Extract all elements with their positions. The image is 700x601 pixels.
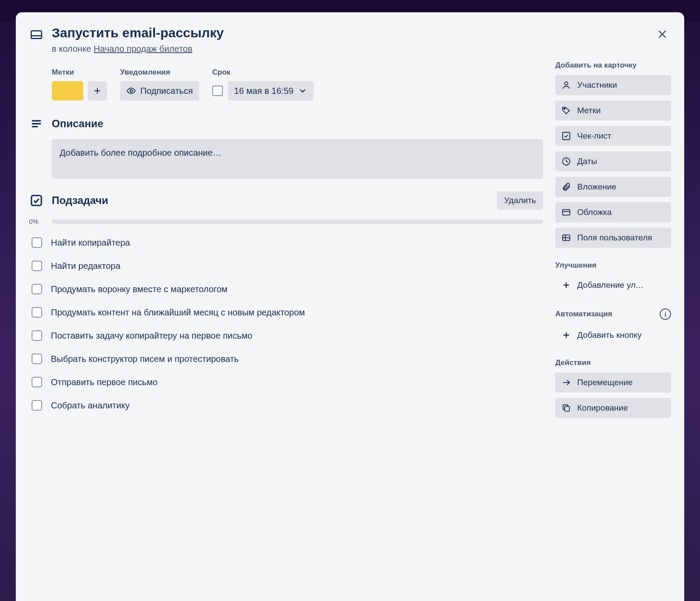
checklist-item[interactable]: Найти копирайтера <box>29 231 543 254</box>
checklist-progress: 0% <box>29 218 543 225</box>
checklist-checkbox[interactable] <box>32 377 42 387</box>
powerups-heading: Улучшения <box>555 261 671 270</box>
svg-rect-8 <box>32 123 41 124</box>
add-powerup-button[interactable]: Добавление ул… <box>555 275 671 295</box>
copy-icon <box>561 403 571 413</box>
checklist-item-text: Собрать аналитику <box>51 399 129 412</box>
checklist-item-text: Поставить задачу копирайтеру на первое п… <box>51 329 252 342</box>
labels-heading: Метки <box>52 68 107 77</box>
checklist-item-text: Найти редактора <box>51 260 121 272</box>
add-automation-button[interactable]: Добавить кнопку <box>555 325 671 345</box>
check-square-icon <box>561 131 571 141</box>
labels-field: Метки <box>52 68 107 100</box>
paperclip-icon <box>561 182 571 192</box>
card-modal: Запустить email-рассылку в колонке Начал… <box>16 12 684 601</box>
user-icon <box>561 80 571 90</box>
checklist-item[interactable]: Собрать аналитику <box>29 394 543 417</box>
checklist-checkbox[interactable] <box>32 261 42 271</box>
members-button[interactable]: Участники <box>555 75 671 95</box>
close-button[interactable] <box>654 25 671 43</box>
custom-fields-button[interactable]: Поля пользователя <box>555 228 671 248</box>
svg-rect-7 <box>32 120 41 122</box>
checklist-item[interactable]: Выбрать конструктор писем и протестирова… <box>29 347 543 371</box>
arrow-right-icon <box>561 378 571 387</box>
list-link[interactable]: Начало продаж билетов <box>94 44 193 54</box>
chevron-down-icon <box>298 86 307 96</box>
svg-rect-15 <box>563 210 570 215</box>
checklist-checkbox[interactable] <box>32 400 42 411</box>
cover-button[interactable]: Обложка <box>555 202 671 222</box>
actions-heading: Действия <box>555 358 671 367</box>
add-label-button[interactable] <box>88 81 107 100</box>
checklist-checkbox[interactable] <box>32 307 42 318</box>
clock-icon <box>561 157 571 166</box>
svg-point-11 <box>564 82 568 85</box>
plus-icon <box>561 330 571 340</box>
svg-rect-13 <box>563 132 570 140</box>
card-in-list: в колонке Начало продаж билетов <box>52 44 646 54</box>
description-icon <box>29 116 44 131</box>
info-icon[interactable]: i <box>660 308 671 320</box>
svg-rect-25 <box>564 406 569 411</box>
checklist-checkbox[interactable] <box>32 354 42 364</box>
move-button[interactable]: Перемещение <box>555 372 671 393</box>
automation-heading: Автоматизация <box>555 310 612 318</box>
fields-icon <box>561 233 571 243</box>
checklist-item-text: Продумать воронку вместе с маркетологом <box>51 283 228 296</box>
checklist-checkbox[interactable] <box>32 284 42 294</box>
notifications-field: Уведомления Подписаться <box>120 68 199 100</box>
cover-icon <box>561 207 571 217</box>
card-main: Метки Уведомления Подписаться <box>29 58 543 601</box>
checklist-item[interactable]: Поставить задачу копирайтеру на первое п… <box>29 324 543 347</box>
attachment-button[interactable]: Вложение <box>555 177 671 197</box>
description-section: Описание Добавить более подробное описан… <box>52 116 543 179</box>
card-header: Запустить email-рассылку в колонке Начал… <box>29 23 671 58</box>
checklist-item-text: Выбрать конструктор писем и протестирова… <box>51 353 239 365</box>
tag-icon <box>561 106 571 115</box>
checklist-item-text: Продумать контент на ближайший месяц с н… <box>51 306 305 319</box>
subscribe-button[interactable]: Подписаться <box>120 81 199 100</box>
labels-button[interactable]: Метки <box>555 100 671 121</box>
checklist-item[interactable]: Отправить первое письмо <box>29 371 543 394</box>
copy-button[interactable]: Копирование <box>555 398 671 418</box>
label-chip-yellow[interactable] <box>52 81 83 100</box>
notifications-heading: Уведомления <box>120 68 199 77</box>
due-heading: Срок <box>212 68 314 77</box>
checklist-button[interactable]: Чек-лист <box>555 126 671 146</box>
checklist-checkbox[interactable] <box>32 237 42 248</box>
progress-bar <box>52 219 543 224</box>
card-sidebar: Добавить на карточку Участники Метки Чек… <box>555 58 671 601</box>
svg-rect-9 <box>32 126 38 127</box>
svg-rect-0 <box>31 31 42 39</box>
dates-button[interactable]: Даты <box>555 151 671 172</box>
delete-checklist-button[interactable]: Удалить <box>497 191 543 210</box>
checklist-heading: Подзадачи <box>52 194 489 207</box>
plus-icon <box>561 280 571 290</box>
checklist-item-text: Отправить первое письмо <box>51 376 157 389</box>
add-to-card-heading: Добавить на карточку <box>555 61 671 70</box>
svg-point-6 <box>130 89 132 92</box>
progress-percent: 0% <box>29 218 46 225</box>
card-icon <box>29 27 44 42</box>
description-input[interactable]: Добавить более подробное описание… <box>52 139 543 179</box>
checklist-icon <box>29 193 44 208</box>
due-date-button[interactable]: 16 мая в 16:59 <box>228 81 314 100</box>
due-field: Срок 16 мая в 16:59 <box>212 68 314 100</box>
svg-rect-10 <box>32 196 42 206</box>
checklist-item[interactable]: Продумать контент на ближайший месяц с н… <box>29 301 543 324</box>
checklist-section: Подзадачи Удалить 0% Найти копирайтераНа… <box>52 191 543 417</box>
due-checkbox[interactable] <box>212 86 223 96</box>
checklist-item[interactable]: Продумать воронку вместе с маркетологом <box>29 278 543 301</box>
checklist-item-text: Найти копирайтера <box>51 236 130 249</box>
svg-point-12 <box>564 108 565 110</box>
checklist-checkbox[interactable] <box>32 330 42 341</box>
checklist-item[interactable]: Найти редактора <box>29 254 543 278</box>
card-title[interactable]: Запустить email-рассылку <box>52 25 646 40</box>
card-fields: Метки Уведомления Подписаться <box>52 68 543 100</box>
description-heading: Описание <box>52 118 543 130</box>
